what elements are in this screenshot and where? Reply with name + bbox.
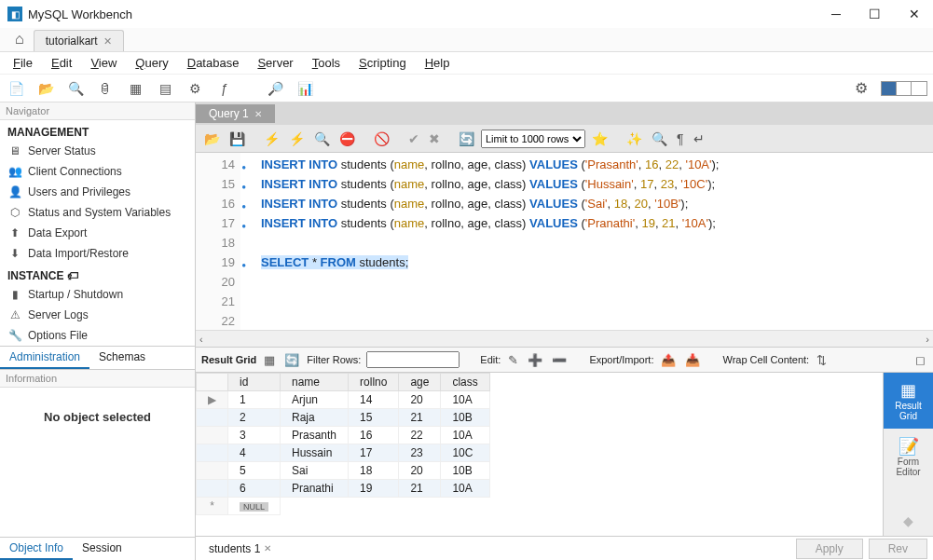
instance-section-header: INSTANCE 🏷 [0, 264, 195, 284]
tab-session[interactable]: Session [73, 538, 131, 560]
edit-icon[interactable]: ✎ [506, 353, 520, 367]
menu-file[interactable]: File [6, 54, 40, 72]
tab-schemas[interactable]: Schemas [89, 347, 155, 369]
menu-server[interactable]: Server [250, 54, 300, 72]
menu-view[interactable]: View [83, 54, 124, 72]
table-icon[interactable]: ▦ [125, 78, 145, 99]
menu-scripting[interactable]: Scripting [351, 54, 414, 72]
connection-tab-label: tutorialkart [46, 34, 98, 48]
dashboard-icon[interactable]: 📊 [295, 78, 315, 99]
result-grid-tab[interactable]: ▦Result Grid [884, 373, 933, 429]
home-icon[interactable]: ⌂ [6, 27, 34, 51]
nav-icon: ⚠ [7, 307, 22, 322]
editor-scrollbar[interactable]: ‹› [196, 330, 933, 347]
nav-item-data-import-restore[interactable]: ⬇Data Import/Restore [0, 243, 195, 264]
search-icon[interactable]: 🔎 [265, 78, 285, 99]
pin-icon[interactable]: ◻ [913, 353, 927, 367]
view-icon[interactable]: ▤ [155, 78, 175, 99]
nav-item-status-and-system-variables[interactable]: ⬡Status and System Variables [0, 202, 195, 223]
close-icon[interactable]: ✕ [103, 35, 112, 48]
title-bar: ◧ MySQL Workbench ─ ☐ ✕ [0, 0, 933, 28]
filter-input[interactable] [366, 351, 460, 368]
autocommit-icon[interactable]: 🔄 [456, 130, 477, 148]
rollback-icon[interactable]: ✖ [426, 130, 443, 148]
add-row-icon[interactable]: ➕ [526, 353, 544, 367]
export-icon[interactable]: 📤 [659, 353, 678, 367]
menu-help[interactable]: Help [418, 54, 458, 72]
navigator-panel: Navigator MANAGEMENT 🖥Server Status👥Clie… [0, 102, 196, 560]
table-row[interactable]: 2Raja152110B [197, 409, 490, 427]
menu-query[interactable]: Query [128, 54, 175, 72]
schema-icon[interactable]: 🛢 [95, 78, 116, 99]
procedure-icon[interactable]: ⚙ [185, 78, 205, 99]
limit-select[interactable]: Limit to 1000 rows [481, 130, 585, 148]
revert-button[interactable]: Rev [869, 539, 927, 559]
favorite-icon[interactable]: ⭐ [589, 130, 611, 148]
maximize-button[interactable]: ☐ [863, 7, 886, 21]
nav-item-server-logs[interactable]: ⚠Server Logs [0, 305, 195, 325]
delete-row-icon[interactable]: ➖ [550, 353, 569, 367]
nav-icon: 🖥 [7, 143, 22, 158]
result-footer: students 1 ✕ Apply Rev [196, 536, 933, 560]
new-sql-file-icon[interactable]: 📄 [6, 78, 26, 99]
execute-icon[interactable]: ⚡ [261, 130, 282, 148]
nav-item-data-export[interactable]: ⬆Data Export [0, 223, 195, 243]
close-button[interactable]: ✕ [903, 7, 926, 21]
table-row[interactable]: ▶1Arjun142010A [197, 391, 490, 409]
menu-database[interactable]: Database [180, 54, 247, 72]
inspector-icon[interactable]: 🔍 [65, 78, 86, 99]
refresh-icon[interactable]: 🔄 [282, 353, 301, 367]
query-tab[interactable]: Query 1 ✕ [196, 104, 275, 123]
nav-item-server-status[interactable]: 🖥Server Status [0, 141, 195, 161]
minimize-button[interactable]: ─ [826, 7, 846, 21]
tab-administration[interactable]: Administration [0, 347, 89, 369]
grid-icon[interactable]: ▦ [262, 353, 277, 367]
import-icon[interactable]: 📥 [683, 353, 702, 367]
nav-icon: 🔧 [7, 328, 22, 343]
query-tab-bar: Query 1 ✕ [196, 102, 933, 125]
export-label: Export/Import: [589, 354, 653, 365]
instance-icon: 🏷 [67, 269, 78, 282]
table-row[interactable]: 4Hussain172310C [197, 444, 490, 462]
stop-icon[interactable]: ⛔ [336, 130, 358, 148]
table-row[interactable]: 5Sai182010B [197, 462, 490, 480]
open-sql-file-icon[interactable]: 📂 [35, 78, 56, 99]
nav-item-startup-shutdown[interactable]: ▮Startup / Shutdown [0, 284, 195, 305]
table-row[interactable]: 6Pranathi192110A [197, 480, 490, 498]
nav-icon: ⬆ [7, 225, 22, 240]
filter-label: Filter Rows: [307, 354, 361, 365]
find-icon[interactable]: 🔍 [649, 130, 670, 148]
table-row[interactable]: 3Prasanth162210A [197, 427, 490, 444]
close-icon[interactable]: ✕ [264, 543, 271, 553]
menu-edit[interactable]: Edit [44, 54, 79, 72]
open-icon[interactable]: 📂 [201, 130, 223, 148]
nav-icon: 👥 [7, 164, 22, 179]
management-section-header: MANAGEMENT [0, 120, 195, 141]
result-grid[interactable]: idnamerollnoageclass▶1Arjun142010A2Raja1… [196, 373, 883, 536]
information-body: No object selected [0, 388, 195, 446]
apply-button[interactable]: Apply [796, 539, 863, 559]
toggle-icon[interactable]: 🚫 [371, 130, 392, 148]
connection-tab[interactable]: tutorialkart ✕ [34, 30, 124, 51]
explain-icon[interactable]: 🔍 [311, 130, 333, 148]
wrap-cell-icon[interactable]: ⇅ [815, 353, 829, 367]
execute-current-icon[interactable]: ⚡ [286, 130, 308, 148]
tab-object-info[interactable]: Object Info [0, 538, 73, 560]
menu-tools[interactable]: Tools [305, 54, 348, 72]
commit-icon[interactable]: ✔ [405, 130, 422, 148]
wrap-icon[interactable]: ↵ [691, 130, 707, 148]
panel-toggle[interactable] [881, 81, 927, 96]
invisible-icon[interactable]: ¶ [674, 130, 687, 148]
function-icon[interactable]: ƒ [214, 78, 235, 99]
nav-arrows[interactable]: ◆ [884, 506, 933, 536]
result-tab[interactable]: students 1 ✕ [201, 540, 279, 558]
nav-item-options-file[interactable]: 🔧Options File [0, 325, 195, 346]
form-editor-tab[interactable]: 📝Form Editor [884, 429, 933, 485]
close-icon[interactable]: ✕ [254, 109, 262, 119]
save-icon[interactable]: 💾 [226, 130, 248, 148]
nav-item-client-connections[interactable]: 👥Client Connections [0, 161, 195, 182]
beautify-icon[interactable]: ✨ [624, 130, 645, 148]
settings-icon[interactable]: ⚙ [851, 78, 871, 99]
sql-editor[interactable]: 141516171819202122 INSERT INTO students … [196, 153, 933, 330]
nav-item-users-and-privileges[interactable]: 👤Users and Privileges [0, 182, 195, 202]
